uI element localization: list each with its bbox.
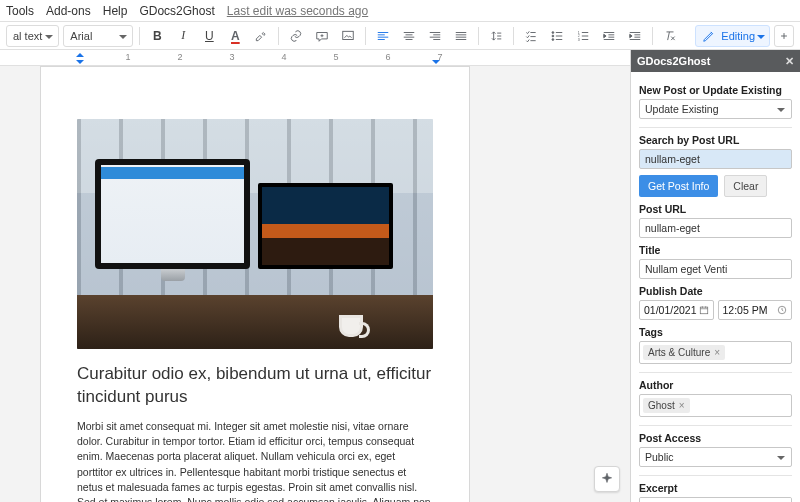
align-center-button[interactable] <box>398 25 420 47</box>
font-family-label: Arial <box>70 30 92 42</box>
decrease-indent-button[interactable] <box>598 25 620 47</box>
numbered-list-button[interactable]: 123 <box>572 25 594 47</box>
menu-addons[interactable]: Add-ons <box>46 4 91 18</box>
toolbar: al text Arial B I U A 123 Editing <box>0 22 800 50</box>
paragraph-style-label: al text <box>13 30 42 42</box>
separator <box>639 475 792 476</box>
explore-button[interactable] <box>594 466 620 492</box>
title-label: Title <box>639 244 792 256</box>
separator <box>639 372 792 373</box>
svg-text:3: 3 <box>578 37 580 41</box>
document-body[interactable]: Morbi sit amet consequat mi. Integer sit… <box>77 419 433 502</box>
post-url-label: Post URL <box>639 203 792 215</box>
author-chip-label: Ghost <box>648 400 675 411</box>
publish-date-input[interactable]: 01/01/2021 <box>639 300 714 320</box>
font-family-select[interactable]: Arial <box>63 25 133 47</box>
text-color-button[interactable]: A <box>224 25 246 47</box>
author-remove-icon[interactable]: × <box>679 400 685 411</box>
author-label: Author <box>639 379 792 391</box>
ruler-tick: 2 <box>177 52 182 62</box>
svg-point-1 <box>552 31 554 33</box>
sidebar-close-button[interactable]: ✕ <box>785 55 794 68</box>
clock-icon <box>777 305 787 315</box>
insert-link-button[interactable] <box>285 25 307 47</box>
tags-input[interactable]: Arts & Culture× <box>639 341 792 364</box>
excerpt-textarea[interactable] <box>639 497 792 502</box>
get-post-info-button[interactable]: Get Post Info <box>639 175 718 197</box>
menu-help[interactable]: Help <box>103 4 128 18</box>
clear-button[interactable]: Clear <box>724 175 767 197</box>
italic-button[interactable]: I <box>172 25 194 47</box>
menu-bar: Tools Add-ons Help GDocs2Ghost Last edit… <box>0 0 800 22</box>
ruler-tick: 4 <box>281 52 286 62</box>
toolbar-overflow-button[interactable] <box>774 25 794 47</box>
svg-rect-7 <box>700 307 708 314</box>
paragraph-style-select[interactable]: al text <box>6 25 59 47</box>
align-justify-button[interactable] <box>450 25 472 47</box>
separator <box>139 27 140 45</box>
pencil-icon <box>702 29 716 43</box>
title-input[interactable] <box>639 259 792 279</box>
increase-indent-button[interactable] <box>624 25 646 47</box>
author-input[interactable]: Ghost× <box>639 394 792 417</box>
calendar-icon <box>699 305 709 315</box>
insert-image-button[interactable] <box>337 25 359 47</box>
separator <box>513 27 514 45</box>
access-value: Public <box>645 451 674 463</box>
document-canvas[interactable]: 1 2 3 4 5 6 7 Curabitur odio ex, bibendu… <box>0 50 630 502</box>
tag-chip[interactable]: Arts & Culture× <box>643 345 725 360</box>
addon-sidebar: GDocs2Ghost ✕ New Post or Update Existin… <box>630 50 800 502</box>
search-url-input[interactable] <box>639 149 792 169</box>
mode-select[interactable]: Update Existing <box>639 99 792 119</box>
line-spacing-button[interactable] <box>485 25 507 47</box>
ruler-tick: 7 <box>437 52 442 62</box>
separator <box>278 27 279 45</box>
svg-point-2 <box>552 35 554 37</box>
ruler-tick: 6 <box>385 52 390 62</box>
mode-label: New Post or Update Existing <box>639 84 792 96</box>
menu-tools[interactable]: Tools <box>6 4 34 18</box>
sidebar-header: GDocs2Ghost ✕ <box>631 50 800 72</box>
search-url-label: Search by Post URL <box>639 134 792 146</box>
mode-select[interactable]: Editing <box>695 25 770 47</box>
post-url-input[interactable] <box>639 218 792 238</box>
document-page[interactable]: Curabitur odio ex, bibendum ut urna ut, … <box>40 66 470 502</box>
last-edit-link[interactable]: Last edit was seconds ago <box>227 4 368 18</box>
body-text: Morbi sit amet consequat mi. Integer sit… <box>77 420 431 502</box>
post-access-select[interactable]: Public <box>639 447 792 467</box>
bold-button[interactable]: B <box>146 25 168 47</box>
svg-rect-0 <box>343 31 354 39</box>
sidebar-body: New Post or Update Existing Update Exist… <box>631 72 800 502</box>
insert-comment-button[interactable] <box>311 25 333 47</box>
highlight-button[interactable] <box>250 25 272 47</box>
underline-button[interactable]: U <box>198 25 220 47</box>
post-access-label: Post Access <box>639 432 792 444</box>
separator <box>652 27 653 45</box>
excerpt-label: Excerpt <box>639 482 792 494</box>
publish-time-input[interactable]: 12:05 PM <box>718 300 793 320</box>
align-right-button[interactable] <box>424 25 446 47</box>
checklist-button[interactable] <box>520 25 542 47</box>
clear-formatting-button[interactable] <box>659 25 681 47</box>
ruler-tick: 3 <box>229 52 234 62</box>
time-value: 12:05 PM <box>723 304 768 316</box>
author-chip[interactable]: Ghost× <box>643 398 690 413</box>
menu-gdocs2ghost[interactable]: GDocs2Ghost <box>139 4 214 18</box>
bulleted-list-button[interactable] <box>546 25 568 47</box>
tag-remove-icon[interactable]: × <box>714 347 720 358</box>
separator <box>639 425 792 426</box>
sidebar-title: GDocs2Ghost <box>637 55 710 67</box>
svg-point-3 <box>552 38 554 40</box>
document-hero-image[interactable] <box>77 119 433 349</box>
align-left-button[interactable] <box>372 25 394 47</box>
tag-chip-label: Arts & Culture <box>648 347 710 358</box>
document-heading[interactable]: Curabitur odio ex, bibendum ut urna ut, … <box>77 363 433 409</box>
indent-marker-first[interactable] <box>76 50 84 57</box>
tags-label: Tags <box>639 326 792 338</box>
date-value: 01/01/2021 <box>644 304 697 316</box>
publish-date-label: Publish Date <box>639 285 792 297</box>
separator <box>639 127 792 128</box>
separator <box>365 27 366 45</box>
mode-value: Update Existing <box>645 103 719 115</box>
horizontal-ruler[interactable]: 1 2 3 4 5 6 7 <box>0 50 630 66</box>
